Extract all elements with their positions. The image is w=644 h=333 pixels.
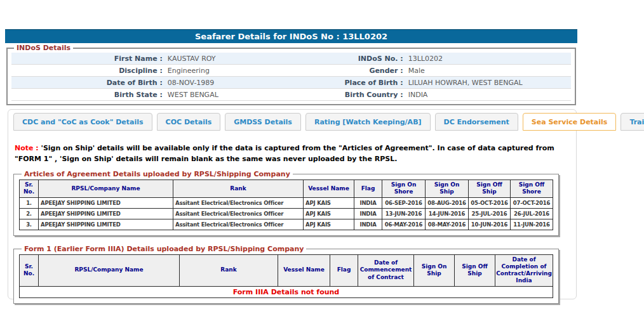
cell-sign-on-shore: 13-JUN-2016 <box>382 208 426 219</box>
form-iiia-not-found-message: Form IIIA Details not found <box>20 286 553 297</box>
sign-on-ship-note: Note : 'Sign on Ship' details will be av… <box>15 143 566 164</box>
indos-no-label: INDoS No. : <box>336 55 403 63</box>
cell-vessel: APJ KAIS <box>304 219 354 230</box>
birth-country-value: INDIA <box>403 91 571 99</box>
column-header-company: RPSL/Company Name <box>39 180 173 198</box>
first-name-value: KAUSTAV ROY <box>163 55 336 63</box>
date-of-birth-label: Date of Birth : <box>11 79 163 87</box>
tab-training-details[interactable]: Training Details <box>621 113 644 131</box>
page-title: Seafarer Details for INDoS No : 13LL0202 <box>5 29 577 43</box>
indos-details-fieldset: INDoS Details First Name : KAUSTAV ROY I… <box>6 44 576 105</box>
cell-sr-no: 2. <box>20 208 39 219</box>
place-of-birth-value: LILUAH HOWRAH, WEST BENGAL <box>403 79 571 87</box>
cell-rank: Assitant Electrical/Electronics Officer <box>173 219 304 230</box>
indos-row: Date of Birth : 08-NOV-1989 Place of Bir… <box>11 77 571 89</box>
cell-rank: Assitant Electrical/Electronics Officer <box>173 208 304 219</box>
column-header-vessel: Vessel Name <box>278 254 330 286</box>
cell-sign-on-shore: 06-MAY-2016 <box>382 219 426 230</box>
column-header-sign-off-shore: Sign Off Shore <box>511 180 553 198</box>
cell-sign-off-shore: 07-OCT-2016 <box>511 197 553 208</box>
table-header-row: Sr. No. RPSL/Company Name Rank Vessel Na… <box>20 180 553 198</box>
place-of-birth-label: Place of Birth : <box>336 79 403 87</box>
form1-legend: Form 1 (Earlier Form IIIA) Details uploa… <box>22 245 306 253</box>
cell-sr-no: 1. <box>20 197 39 208</box>
table-row: 1. APEEJAY SHIPPING LIMITED Assitant Ele… <box>20 197 553 208</box>
column-header-sign-on-shore: Sign On Shore <box>382 180 426 198</box>
column-header-rank: Rank <box>180 254 278 286</box>
column-header-rank: Rank <box>173 180 304 198</box>
tab-sea-service-details[interactable]: Sea Service Details <box>523 113 617 131</box>
column-header-vessel: Vessel Name <box>304 180 354 198</box>
column-header-date-of-commencement: Date of Commencement of Contract <box>358 254 414 286</box>
table-header-row: Sr. No. RPSL/Company Name Rank Vessel Na… <box>20 254 553 286</box>
form1-fieldset: Form 1 (Earlier Form IIIA) Details uploa… <box>13 245 559 304</box>
cell-sr-no: 3. <box>20 219 39 230</box>
table-row: 2. APEEJAY SHIPPING LIMITED Assitant Ele… <box>20 208 553 219</box>
tab-coc-details[interactable]: COC Details <box>157 113 221 131</box>
cell-sign-on-ship: 08-MAY-2016 <box>426 219 469 230</box>
birth-state-label: Birth State : <box>11 91 163 99</box>
cell-flag: INDIA <box>354 197 382 208</box>
tab-dc-endorsement[interactable]: DC Endorsement <box>435 113 518 131</box>
tab-gmdss-details[interactable]: GMDSS Details <box>225 113 301 131</box>
discipline-label: Discipline : <box>11 67 163 75</box>
first-name-label: First Name : <box>11 55 163 63</box>
table-row: 3. APEEJAY SHIPPING LIMITED Assitant Ele… <box>20 219 553 230</box>
column-header-sign-on-ship: Sign On Ship <box>426 180 469 198</box>
cell-sign-off-ship: 05-OCT-2016 <box>469 197 511 208</box>
cell-sign-on-shore: 06-SEP-2016 <box>382 197 426 208</box>
column-header-sign-on-ship: Sign On Ship <box>414 254 455 286</box>
discipline-value: Engineering <box>163 67 336 75</box>
column-header-date-of-completion: Date of Completion of Contract/Arriving … <box>495 254 553 286</box>
cell-sign-on-ship: 08-AUG-2016 <box>426 197 469 208</box>
cell-sign-off-ship: 10-JUN-2016 <box>469 219 511 230</box>
column-header-sign-off-ship: Sign Off Ship <box>469 180 511 198</box>
articles-of-agreement-table: Sr. No. RPSL/Company Name Rank Vessel Na… <box>19 180 553 230</box>
indos-row: Discipline : Engineering Gender : Male <box>11 65 571 77</box>
cell-sign-off-shore: 26-JUL-2016 <box>511 208 553 219</box>
cell-flag: INDIA <box>354 208 382 219</box>
tab-rating-watch-keeping-ab[interactable]: Rating [Watch Keeping/AB] <box>305 113 431 131</box>
column-header-sr-no: Sr. No. <box>20 254 39 286</box>
empty-message-row: Form IIIA Details not found <box>20 286 553 297</box>
cell-flag: INDIA <box>354 219 382 230</box>
cell-sign-off-ship: 25-JUL-2016 <box>469 208 511 219</box>
cell-company: APEEJAY SHIPPING LIMITED <box>39 197 173 208</box>
column-header-flag: Flag <box>354 180 382 198</box>
tab-cdc-coc-as-cook-details[interactable]: CDC and "CoC as Cook" Details <box>13 113 152 131</box>
indos-no-value: 13LL0202 <box>403 55 571 63</box>
form1-table: Sr. No. RPSL/Company Name Rank Vessel Na… <box>19 254 553 298</box>
birth-country-label: Birth Country : <box>336 91 403 99</box>
column-header-company: RPSL/Company Name <box>39 254 180 286</box>
cell-sign-on-ship: 14-JUN-2016 <box>426 208 469 219</box>
cell-vessel: APJ KAIS <box>304 208 354 219</box>
gender-value: Male <box>403 67 571 75</box>
articles-of-agreement-legend: Articles of Agreement Details uploaded b… <box>22 170 293 178</box>
articles-of-agreement-fieldset: Articles of Agreement Details uploaded b… <box>13 170 559 236</box>
date-of-birth-value: 08-NOV-1989 <box>163 79 336 87</box>
tab-strip: CDC and "CoC as Cook" Details COC Detail… <box>8 110 576 131</box>
tab-content-panel: CDC and "CoC as Cook" Details COC Detail… <box>8 109 577 299</box>
column-header-flag: Flag <box>330 254 358 286</box>
birth-state-value: WEST BENGAL <box>163 91 336 99</box>
cell-company: APEEJAY SHIPPING LIMITED <box>39 219 173 230</box>
cell-company: APEEJAY SHIPPING LIMITED <box>39 208 173 219</box>
gender-label: Gender : <box>336 67 403 75</box>
indos-row: First Name : KAUSTAV ROY INDoS No. : 13L… <box>11 53 571 65</box>
note-prefix: Note : <box>15 144 41 152</box>
cell-vessel: APJ KAIS <box>304 197 354 208</box>
indos-row: Birth State : WEST BENGAL Birth Country … <box>11 89 571 101</box>
cell-sign-off-shore: 11-JUN-2016 <box>511 219 553 230</box>
column-header-sr-no: Sr. No. <box>20 180 39 198</box>
indos-details-legend: INDoS Details <box>14 44 73 52</box>
column-header-sign-off-ship: Sign Off Ship <box>455 254 495 286</box>
cell-rank: Assitant Electrical/Electronics Officer <box>173 197 304 208</box>
note-text: 'Sign on Ship' details will be available… <box>15 144 554 163</box>
